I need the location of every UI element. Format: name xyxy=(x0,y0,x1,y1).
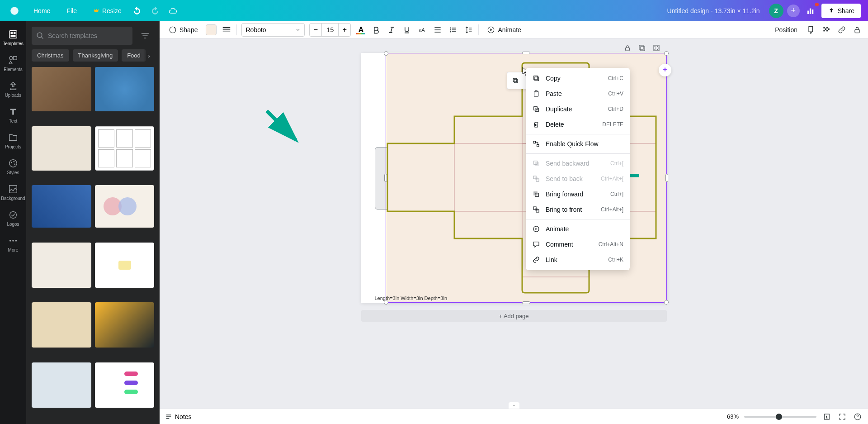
animate-button[interactable]: Animate xyxy=(483,23,524,37)
resize-handle[interactable] xyxy=(384,174,387,182)
user-avatar[interactable]: Z xyxy=(769,4,783,18)
cm-comment[interactable]: Comment Ctrl+Alt+N xyxy=(526,237,630,252)
list-button[interactable] xyxy=(448,24,458,35)
chips-scroll-right[interactable] xyxy=(143,49,154,62)
cm-copy[interactable]: Copy Ctrl+C xyxy=(526,71,630,86)
cm-quick-flow-label: Enable Quick Flow xyxy=(546,140,623,148)
rail-elements[interactable]: Elements xyxy=(0,51,26,76)
fullscreen-button[interactable] xyxy=(837,412,847,422)
chip-food[interactable]: Food xyxy=(122,49,146,62)
cm-quick-flow[interactable]: Enable Quick Flow xyxy=(526,136,630,152)
page-lock-icon[interactable] xyxy=(623,44,632,53)
rail-uploads[interactable]: Uploads xyxy=(0,76,26,102)
chip-christmas[interactable]: Christmas xyxy=(32,49,69,62)
template-thumb[interactable] xyxy=(32,302,91,348)
rail-text[interactable]: Text xyxy=(0,102,26,128)
magic-button[interactable] xyxy=(659,64,671,76)
rail-background[interactable]: Background xyxy=(0,180,26,205)
svg-point-17 xyxy=(12,240,14,242)
cm-divider xyxy=(526,219,630,219)
canvas-area[interactable]: Length=3in Width=3in Depth=3in + Add pag… xyxy=(160,38,868,409)
font-size-decrease[interactable]: − xyxy=(310,24,321,36)
spacing-button[interactable] xyxy=(463,24,474,35)
template-thumb[interactable] xyxy=(32,67,91,111)
cm-bring-forward[interactable]: Bring forward Ctrl+] xyxy=(526,186,630,202)
rail-projects[interactable]: Projects xyxy=(0,128,26,154)
add-collaborator-button[interactable]: + xyxy=(787,5,800,17)
chip-thanksgiving[interactable]: Thanksgiving xyxy=(73,49,118,62)
zoom-percentage[interactable]: 63% xyxy=(727,413,739,420)
fill-color-swatch[interactable] xyxy=(206,24,217,35)
help-button[interactable] xyxy=(853,412,863,422)
cm-paste[interactable]: Paste Ctrl+V xyxy=(526,86,630,101)
template-thumb[interactable] xyxy=(32,126,91,171)
cm-delete[interactable]: Delete DELETE xyxy=(526,117,630,132)
rail-styles[interactable]: Styles xyxy=(0,154,26,180)
resize-menu[interactable]: Resize xyxy=(89,5,126,17)
italic-button[interactable] xyxy=(386,24,397,35)
cm-duplicate[interactable]: Duplicate Ctrl+D xyxy=(526,101,630,117)
search-templates-box[interactable] xyxy=(32,27,132,45)
resize-handle[interactable] xyxy=(384,300,388,305)
template-thumb[interactable] xyxy=(32,362,91,408)
page-duplicate-icon[interactable] xyxy=(638,44,647,53)
font-family-select[interactable]: Roboto xyxy=(241,23,305,37)
file-menu[interactable]: File xyxy=(62,5,81,17)
template-thumb[interactable] xyxy=(95,67,155,111)
rail-more[interactable]: More xyxy=(0,231,26,257)
cm-bring-to-front[interactable]: Bring to front Ctrl+Alt+] xyxy=(526,202,630,217)
transparency-button[interactable] xyxy=(821,24,832,35)
border-style-button[interactable] xyxy=(221,24,232,35)
template-thumb[interactable] xyxy=(95,302,155,348)
template-thumb[interactable] xyxy=(95,126,155,171)
lock-button[interactable] xyxy=(852,24,863,35)
text-color-button[interactable]: A xyxy=(355,24,366,35)
page-thumbnail-toggle[interactable] xyxy=(509,402,519,409)
template-thumb[interactable] xyxy=(32,243,91,288)
rail-logos[interactable]: Logos xyxy=(0,205,26,231)
add-page-button[interactable]: + Add page xyxy=(361,310,667,322)
resize-handle[interactable] xyxy=(664,51,669,56)
redo-button[interactable] xyxy=(148,4,162,18)
insights-button[interactable] xyxy=(803,4,818,18)
share-button[interactable]: Share xyxy=(821,4,861,18)
resize-handle[interactable] xyxy=(384,51,388,56)
duplicate-element-button[interactable] xyxy=(509,74,522,87)
resize-handle[interactable] xyxy=(665,174,668,182)
filter-button[interactable] xyxy=(136,27,154,45)
link-button[interactable] xyxy=(836,24,847,35)
position-button[interactable]: Position xyxy=(771,23,801,37)
template-thumb[interactable] xyxy=(95,362,155,408)
align-button[interactable] xyxy=(432,24,443,35)
resize-handle[interactable] xyxy=(522,52,530,54)
cm-animate[interactable]: Animate xyxy=(526,221,630,237)
zoom-slider-thumb[interactable] xyxy=(776,414,782,420)
rail-templates[interactable]: Templates xyxy=(0,25,26,51)
resize-handle[interactable] xyxy=(664,300,669,305)
zoom-slider[interactable] xyxy=(744,416,816,418)
template-thumb[interactable] xyxy=(95,185,155,228)
page-expand-icon[interactable] xyxy=(652,44,661,53)
canva-logo[interactable] xyxy=(7,4,22,18)
cm-link[interactable]: Link Ctrl+K xyxy=(526,252,630,267)
home-menu[interactable]: Home xyxy=(29,5,55,17)
resize-handle[interactable] xyxy=(522,301,530,304)
template-thumb[interactable] xyxy=(32,185,91,228)
font-size-increase[interactable]: + xyxy=(339,24,350,36)
template-thumb[interactable] xyxy=(95,243,155,288)
undo-button[interactable] xyxy=(130,4,144,18)
cloud-sync-icon[interactable] xyxy=(166,4,180,18)
svg-rect-30 xyxy=(826,27,828,28)
font-size-value[interactable]: 15 xyxy=(321,24,339,36)
underline-button[interactable] xyxy=(401,24,412,35)
notes-button[interactable]: Notes xyxy=(165,413,192,420)
page-counter-button[interactable]: 1 xyxy=(822,412,832,422)
bold-button[interactable] xyxy=(371,24,382,35)
search-input[interactable] xyxy=(48,32,128,39)
copy-style-button[interactable] xyxy=(806,24,816,35)
top-header: Home File Resize Untitled design - 13.73… xyxy=(0,0,868,21)
svg-rect-21 xyxy=(223,29,231,30)
text-case-button[interactable]: aA xyxy=(417,24,428,35)
shape-button[interactable]: Shape xyxy=(165,23,201,37)
document-title[interactable]: Untitled design - 13.73in × 11.2in xyxy=(667,7,760,14)
